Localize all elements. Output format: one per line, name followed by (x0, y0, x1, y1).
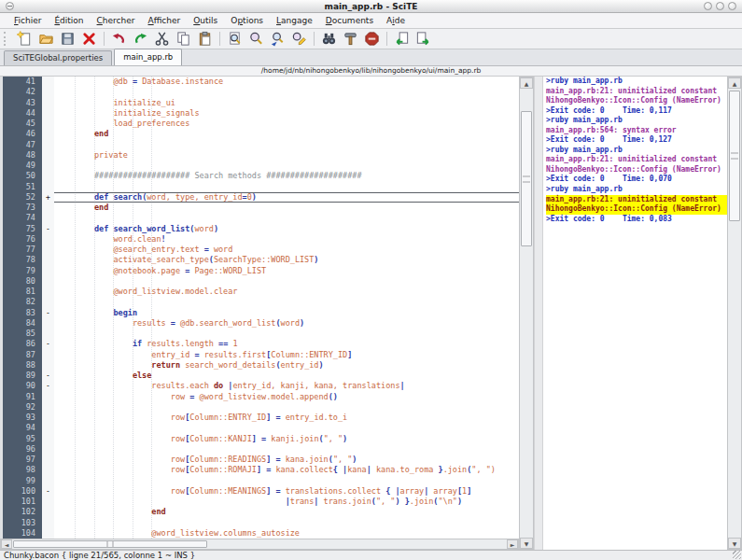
output-line: >Exit code: 0 Time: 0,127 (546, 135, 727, 146)
editor-vertical-scrollbar[interactable]: ▲ ▼ (519, 77, 534, 550)
scroll-up-icon[interactable]: ▲ (520, 77, 533, 89)
fold-margin-cell (42, 171, 54, 181)
copy-button[interactable] (174, 30, 193, 49)
fold-marker[interactable]: + (42, 192, 54, 203)
menu-options[interactable]: Options (224, 14, 270, 27)
line-number: 49 (0, 161, 35, 171)
fold-margin-cell (42, 98, 54, 108)
menu-outils[interactable]: Outils (187, 14, 224, 27)
find-button[interactable] (246, 30, 266, 49)
code-line (54, 476, 519, 486)
save-file-button[interactable] (58, 30, 77, 49)
editor-pane[interactable]: 4142434445464748495051527374757677787980… (0, 77, 519, 539)
line-number: 96 (0, 444, 35, 455)
menu-documents[interactable]: Documents (319, 14, 380, 27)
output-vertical-scrollbar[interactable]: ▲ ▼ (727, 77, 742, 550)
fold-margin-cell (42, 297, 54, 307)
line-number: 100 (0, 486, 35, 497)
scroll-down-icon[interactable]: ▼ (728, 538, 741, 549)
menu-afficher[interactable]: Afficher (142, 14, 188, 27)
stop-icon (364, 31, 380, 47)
output-pane[interactable]: >ruby main_app.rbmain_app.rb:21: uniniti… (543, 77, 727, 539)
minimize-button[interactable] (704, 2, 712, 10)
open-file-button[interactable] (36, 30, 56, 49)
fold-margin-cell (42, 497, 54, 507)
line-number: 75 (0, 224, 35, 234)
find-next-button[interactable] (268, 30, 287, 49)
pane-splitter[interactable] (534, 77, 543, 550)
editor-hscroll-thumb[interactable] (13, 540, 207, 548)
line-number: 83 (0, 308, 35, 318)
tab-main-app-rb[interactable]: main_app.rb (114, 49, 182, 65)
code-line: row[Column::KANJI] = kanji.join(", ") (54, 434, 519, 444)
line-number: 102 (0, 507, 35, 517)
cut-button[interactable] (152, 30, 172, 49)
code-line: def search_word_list(word) (54, 224, 519, 234)
fold-margin-cell (42, 476, 54, 486)
fold-marker[interactable]: - (42, 371, 54, 381)
editor-horizontal-scrollbar[interactable]: ◄ ► (0, 539, 519, 550)
line-number: 73 (0, 203, 35, 213)
code-line (54, 276, 519, 287)
toolbar-grip[interactable] (4, 32, 10, 46)
code-line: if results.length == 1 (54, 339, 519, 349)
tab-scite-global-properties[interactable]: SciTEGlobal.properties (4, 50, 112, 65)
code-line: results = @db.search_word_list(word) (54, 318, 519, 329)
menu-langage[interactable]: Langage (270, 14, 319, 27)
menu-fichier[interactable]: Fichier (7, 14, 48, 27)
fold-marker[interactable]: - (42, 224, 54, 234)
line-number: 89 (0, 371, 35, 381)
code-line: #################### Search methods ####… (54, 171, 519, 181)
stop-button[interactable] (362, 30, 382, 49)
menu-edition[interactable]: Édition (48, 14, 90, 27)
fold-margin-cell (42, 129, 54, 139)
close-button[interactable] (728, 2, 736, 10)
code-line (54, 140, 519, 150)
scroll-right-icon[interactable]: ► (507, 539, 518, 549)
code-line: row[Column::ENTRY_ID] = entry_id.to_i (54, 413, 519, 423)
code-line: private (54, 150, 519, 161)
fold-marker[interactable]: - (42, 381, 54, 391)
code-line: word.clean! (54, 234, 519, 245)
status-bar: Chunky.bacon { ligne 21/565, colonne 1 ~… (0, 550, 742, 560)
scroll-down-icon[interactable]: ▼ (520, 538, 533, 549)
fold-margin-cell (42, 413, 54, 423)
line-number: 44 (0, 108, 35, 119)
fold-marker[interactable]: - (42, 486, 54, 497)
compile-button[interactable] (319, 30, 339, 49)
build-button[interactable] (341, 30, 360, 49)
replace-button[interactable] (289, 30, 309, 49)
close-file-button[interactable] (79, 30, 99, 49)
next-buffer-button[interactable] (413, 30, 433, 49)
undo-button[interactable] (109, 30, 129, 49)
prev-buffer-button[interactable] (392, 30, 412, 49)
paste-icon (197, 31, 213, 47)
menu-chercher[interactable]: Chercher (91, 14, 142, 27)
code-area[interactable]: @db = Database.instance initialize_ui in… (54, 77, 519, 539)
maximize-button[interactable] (716, 2, 724, 10)
resize-grip[interactable] (733, 551, 741, 559)
line-number: 84 (0, 318, 35, 329)
line-number: 95 (0, 434, 35, 444)
line-number: 42 (0, 87, 35, 97)
editor-vscroll-thumb[interactable] (521, 111, 532, 246)
output-line: >Exit code: 0 Time: 0,083 (546, 215, 727, 225)
fold-margin-cell (42, 266, 54, 276)
fold-margin-cell (42, 318, 54, 329)
menu-aide[interactable]: Aide (380, 14, 412, 27)
paste-button[interactable] (195, 30, 215, 49)
output-vscroll-thumb[interactable] (729, 91, 740, 221)
redo-button[interactable] (131, 30, 150, 49)
line-number: 104 (0, 528, 35, 539)
output-line: >ruby main_app.rb (546, 77, 727, 87)
fold-marker[interactable]: - (42, 308, 54, 318)
code-line (54, 161, 519, 171)
find-in-files-button[interactable] (225, 30, 245, 49)
scroll-up-icon[interactable]: ▲ (728, 77, 741, 89)
line-number: 48 (0, 150, 35, 161)
scroll-left-icon[interactable]: ◄ (1, 539, 12, 549)
new-file-button[interactable] (15, 30, 35, 49)
fold-margin-cell (42, 423, 54, 433)
fold-marker[interactable]: - (42, 339, 54, 349)
main-area: 4142434445464748495051527374757677787980… (0, 77, 742, 550)
